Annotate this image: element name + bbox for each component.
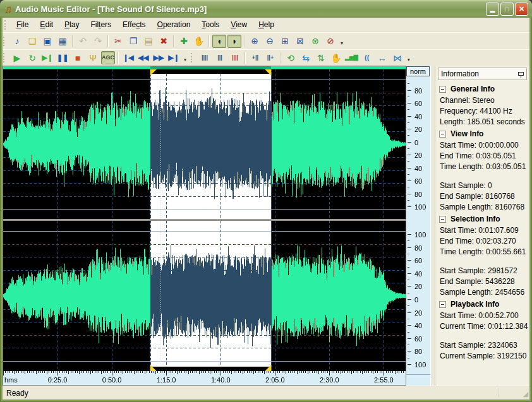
maximize-button[interactable]: □ [500, 3, 514, 16]
menu-item-edit[interactable]: Edit [34, 18, 59, 31]
mix-paste-icon[interactable]: ✋ [192, 35, 206, 48]
app-icon: ♫ [4, 3, 12, 15]
amplify-icon[interactable]: ▂▅▇ [344, 51, 359, 64]
play-to-end-icon[interactable]: ▶❙ [40, 51, 54, 64]
collapse-icon[interactable] [439, 131, 446, 138]
title-bar[interactable]: ♫ Audio Music Editor - [The Sound Of Sil… [0, 0, 532, 18]
time-ruler[interactable] [3, 371, 406, 385]
fast-forward-icon[interactable]: ▶▶ [152, 51, 166, 64]
zoom-in-icon[interactable]: ⊕ [248, 35, 262, 48]
info-line: Start Time: 0:00:52.700 [438, 310, 527, 321]
save-as-icon[interactable]: ▦ [56, 35, 70, 48]
section-header-selection-info[interactable]: Selection Info [438, 213, 527, 225]
paste-icon[interactable]: ▤ [142, 35, 155, 48]
status-text: Ready [6, 389, 28, 398]
right-channel-toggle[interactable]: ◗ [227, 35, 241, 48]
info-line: Start Time: 0:01:07.609 [438, 225, 527, 236]
toolbar-overflow-button[interactable]: ▾ [338, 35, 346, 48]
toolbar-separator [118, 52, 119, 64]
rewind-icon[interactable]: ◀◀ [136, 51, 150, 64]
paste-new-icon[interactable]: ✚ [177, 35, 191, 48]
menu-item-operation[interactable]: Operation [152, 18, 196, 31]
zoom-full-icon[interactable]: ⊞ [278, 35, 292, 48]
info-line: Start Sample: 0 [438, 180, 527, 191]
mix-hand-icon[interactable]: ✋ [329, 51, 343, 64]
zoom-vertical-out-icon[interactable]: ⊘ [323, 35, 337, 48]
collapse-icon[interactable] [439, 86, 446, 93]
zoom-vertical-in-icon[interactable]: ⊛ [308, 35, 322, 48]
delete-silence-icon[interactable]: ||| [213, 51, 227, 64]
close-button[interactable]: ✕ [515, 3, 528, 16]
go-end-icon[interactable]: ▶❙ [167, 51, 181, 64]
information-title: Information [441, 69, 479, 78]
amplitude-scale-left [406, 77, 430, 222]
panel-splitter[interactable] [430, 66, 435, 386]
toolbar-overflow-button[interactable]: ▾ [181, 51, 189, 64]
overview-bar[interactable] [3, 66, 406, 69]
play-icon[interactable]: ▶ [10, 51, 24, 64]
redo-icon[interactable]: ↷ [91, 35, 105, 48]
cut-icon[interactable]: ✂ [111, 35, 125, 48]
new-file-icon[interactable]: ♪ [10, 35, 24, 48]
zoom-out-icon[interactable]: ⊖ [263, 35, 277, 48]
window-content: FileEditPlayFiltersEffectsOperationTools… [3, 18, 529, 399]
scale-units-button[interactable]: norm [406, 66, 430, 76]
insert-start-icon[interactable]: +|| [248, 51, 262, 64]
section-header-general-info[interactable]: General Info [438, 83, 527, 95]
window-title: Audio Music Editor - [The Sound Of Silen… [15, 4, 486, 14]
stretch-icon[interactable]: ↔ [375, 51, 389, 64]
menu-item-play[interactable]: Play [59, 18, 85, 31]
menu-item-help[interactable]: Help [253, 18, 280, 31]
invert-phase-icon[interactable]: ⇅ [314, 51, 328, 64]
info-line: Start Time: 0:00:00.000 [438, 140, 527, 151]
insert-silence-icon[interactable]: |||| [198, 51, 212, 64]
zoom-selection-icon[interactable]: ⊠ [293, 35, 307, 48]
insert-end-icon[interactable]: ||+ [263, 51, 277, 64]
toolbar-overflow-button[interactable]: ▾ [405, 51, 413, 64]
collapse-icon[interactable] [439, 301, 446, 308]
menu-item-filters[interactable]: Filters [85, 18, 117, 31]
info-line: Current Time: 0:01:12.384 [438, 321, 527, 332]
left-channel-toggle[interactable]: ◖ [212, 35, 226, 48]
toolbar-separator [209, 35, 210, 47]
undo-icon[interactable]: ↶ [76, 35, 90, 48]
copy-icon[interactable]: ❐ [126, 35, 140, 48]
reverse-icon[interactable]: ⟲ [284, 51, 298, 64]
menu-item-effects[interactable]: Effects [117, 18, 151, 31]
go-start-icon[interactable]: ❙◀ [121, 51, 135, 64]
info-line: Channel: Stereo [438, 95, 527, 106]
menu-item-tools[interactable]: Tools [196, 18, 225, 31]
section-header-playback-info[interactable]: Playback Info [438, 298, 527, 310]
mute-selection-icon[interactable]: |||| [228, 51, 242, 64]
pin-icon[interactable] [518, 72, 524, 76]
agc-button[interactable]: AGC [101, 51, 115, 64]
section-title: General Info [450, 85, 495, 93]
info-line: Time Length: 0:00:55.661 [438, 247, 527, 257]
section-header-view-info[interactable]: View Info [438, 127, 527, 140]
info-line: End Time: 0:02:03.270 [438, 236, 527, 247]
collapse-icon[interactable] [439, 216, 446, 223]
group-gap [438, 257, 527, 266]
fade-icon[interactable]: ⋈ [390, 51, 404, 64]
resize-grip[interactable]: ◢ [523, 390, 528, 398]
waveform-channel-right[interactable] [3, 221, 406, 371]
toolbar-grip[interactable] [191, 53, 195, 62]
section-title: Selection Info [450, 215, 500, 223]
section-title: Playback Info [450, 300, 499, 309]
record-mic-icon[interactable]: Ψ [86, 51, 100, 64]
menu-item-view[interactable]: View [225, 18, 253, 31]
toolbar-grip[interactable] [3, 37, 8, 46]
menu-item-file[interactable]: File [11, 18, 34, 31]
minimize-button[interactable]: ▂ [486, 3, 499, 16]
swap-channels-icon[interactable]: ⇆ [299, 51, 313, 64]
pause-icon[interactable]: ❚❚ [56, 51, 70, 64]
delete-icon[interactable]: ✖ [157, 35, 171, 48]
menu-grip[interactable] [4, 20, 9, 30]
waveform-channel-left[interactable] [3, 69, 406, 219]
speaker-waves-icon[interactable]: (( [360, 51, 374, 64]
play-looped-icon[interactable]: ↻ [25, 51, 39, 64]
save-icon[interactable]: ▣ [40, 35, 54, 48]
stop-icon[interactable]: ■ [71, 51, 85, 64]
toolbar-grip[interactable] [3, 53, 8, 62]
open-file-icon[interactable]: ❏ [25, 35, 39, 48]
